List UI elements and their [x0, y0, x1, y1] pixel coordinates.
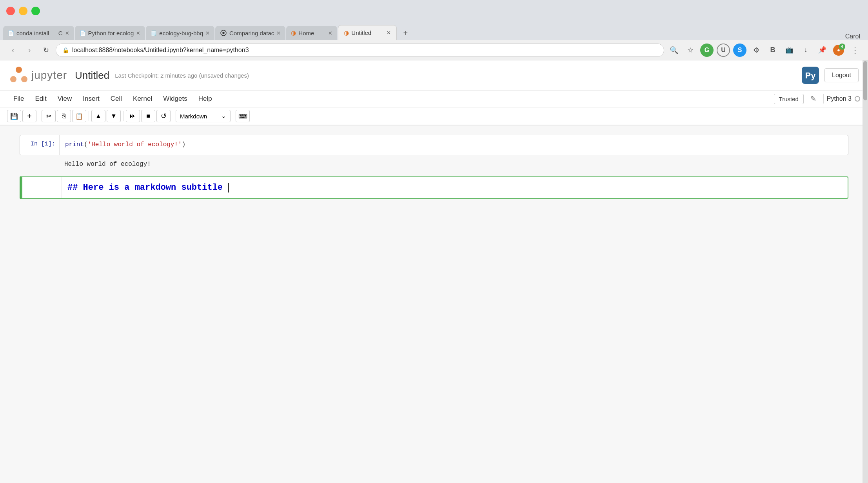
code-cell-container: In [1]: print('Hello world of ecology!') — [20, 135, 848, 155]
tab-untitled-title: Untitled — [351, 29, 384, 36]
tab-conda-icon: 📄 — [8, 30, 14, 36]
menu-kernel[interactable]: Kernel — [127, 93, 158, 105]
copy-button[interactable]: ⎘ — [57, 110, 71, 122]
code-paren-close: ) — [182, 141, 186, 148]
settings-icon-btn[interactable]: ⚙ — [750, 44, 763, 57]
add-cell-button[interactable]: + — [22, 110, 36, 122]
edit-name-icon[interactable]: ✎ — [807, 92, 820, 105]
logout-button[interactable]: Logout — [824, 68, 859, 82]
tab-home[interactable]: ◑ Home ✕ — [286, 26, 337, 40]
code-cell-output: Hello world of ecology! — [20, 158, 848, 170]
save-button[interactable]: 💾 — [7, 110, 21, 122]
keyboard-shortcuts-button[interactable]: ⌨ — [236, 110, 250, 122]
python-logo: Py — [802, 67, 819, 84]
toolbar-sep2 — [89, 111, 89, 121]
tab-untitled-close[interactable]: ✕ — [387, 30, 391, 36]
code-cell-content[interactable]: print('Hello world of ecology!') — [59, 135, 848, 155]
jupyter-logo-icon — [9, 66, 28, 85]
skip-end-button[interactable]: ⏭ — [126, 110, 140, 122]
markdown-cell-content[interactable]: ## Here is a markdown subtitle — [62, 177, 848, 198]
jupyter-logo-text: jupyter — [31, 69, 67, 82]
download-icon-btn[interactable]: ↓ — [799, 44, 812, 57]
tab-python[interactable]: 📄 Python for ecolog ✕ — [75, 26, 145, 40]
extension-badge: 4 — [839, 44, 845, 50]
tab-untitled[interactable]: ◑ Untitled ✕ — [338, 25, 397, 40]
forward-button[interactable]: › — [23, 44, 36, 57]
toolbar-sep5 — [233, 111, 233, 121]
minimize-button[interactable] — [19, 7, 27, 15]
jupyter-header: jupyter Untitled Last Checkpoint: 2 minu… — [0, 60, 868, 125]
maximize-button[interactable] — [31, 7, 40, 15]
scrollbar-track[interactable] — [863, 60, 868, 483]
menu-insert[interactable]: Insert — [77, 93, 105, 105]
jupyter-toolbar: 💾 + ✂ ⎘ 📋 ▲ ▼ ⏭ ■ — [0, 107, 868, 125]
cell-type-dropdown[interactable]: Markdown ⌄ — [176, 110, 231, 122]
tab-comparing-title: Comparing datac — [229, 30, 274, 36]
search-icon-btn[interactable]: 🔍 — [667, 44, 681, 57]
checkpoint-text: Last Checkpoint: 2 minutes ago (unsaved … — [115, 72, 249, 79]
tab-conda-close[interactable]: ✕ — [65, 30, 69, 36]
toolbar-sep4 — [173, 111, 173, 121]
output-text: Hello world of ecology! — [59, 158, 848, 170]
menu-edit[interactable]: Edit — [29, 93, 52, 105]
bookmark-icon-btn[interactable]: ☆ — [684, 44, 697, 57]
notebook-title[interactable]: Untitled — [75, 69, 109, 82]
markdown-cell-prompt — [22, 177, 62, 198]
scrollbar-thumb[interactable] — [863, 61, 867, 100]
profile-name: Carol — [841, 33, 865, 40]
notebook-cells: In [1]: print('Hello world of ecology!')… — [0, 125, 868, 208]
s-extension-icon[interactable]: S — [733, 44, 746, 57]
toolbar-sep1 — [39, 111, 39, 121]
reload-button[interactable]: ↻ — [39, 44, 53, 57]
tab-python-close[interactable]: ✕ — [136, 30, 140, 36]
menu-view[interactable]: View — [52, 93, 78, 105]
title-bar — [0, 0, 868, 22]
address-bar: ‹ › ↻ 🔒 localhost:8888/notebooks/Untitle… — [0, 40, 868, 60]
more-options-btn[interactable]: ⋮ — [848, 44, 862, 57]
tab-conda[interactable]: 📄 conda install — C ✕ — [3, 26, 74, 40]
address-input[interactable]: 🔒 localhost:8888/notebooks/Untitled.ipyn… — [56, 44, 664, 57]
markdown-content-text: ## Here is a markdown subtitle — [67, 183, 223, 192]
text-cursor — [223, 183, 229, 192]
code-paren-open: ( — [84, 141, 88, 148]
move-up-button[interactable]: ▲ — [91, 110, 105, 122]
b-extension-icon[interactable]: B — [766, 44, 779, 57]
menu-help[interactable]: Help — [193, 93, 218, 105]
tab-ecology-close[interactable]: ✕ — [205, 30, 210, 36]
tab-ecology[interactable]: 🗒️ ecology-bug-bbq ✕ — [146, 26, 214, 40]
cell-type-value: Markdown — [180, 113, 207, 120]
tab-comparing-close[interactable]: ✕ — [276, 30, 281, 36]
code-string-val: 'Hello world of ecology!' — [88, 141, 182, 148]
svg-point-1 — [16, 67, 22, 73]
tab-home-close[interactable]: ✕ — [328, 30, 332, 36]
kernel-name: Python 3 — [827, 95, 852, 102]
menu-file[interactable]: File — [8, 93, 29, 105]
extension-badge-btn[interactable]: ● 4 — [832, 44, 845, 57]
move-down-button[interactable]: ▼ — [107, 110, 121, 122]
cast-icon-btn[interactable]: 📺 — [783, 44, 796, 57]
restart-button[interactable]: ↺ — [156, 110, 171, 122]
markdown-cell[interactable]: ## Here is a markdown subtitle — [22, 176, 848, 199]
g-extension-icon[interactable]: G — [700, 44, 714, 57]
trusted-badge: Trusted — [774, 94, 804, 104]
tab-home-icon: ◑ — [291, 29, 296, 36]
pin-icon-btn[interactable]: 📌 — [815, 44, 829, 57]
back-button[interactable]: ‹ — [6, 44, 20, 57]
menu-cell[interactable]: Cell — [105, 93, 127, 105]
menu-widgets[interactable]: Widgets — [158, 93, 192, 105]
tab-python-icon: 📄 — [80, 30, 86, 36]
svg-text:Py: Py — [805, 71, 816, 80]
u-extension-icon[interactable]: U — [717, 44, 730, 57]
markdown-cell-wrapper: ## Here is a markdown subtitle — [20, 176, 848, 199]
kernel-status-dot — [855, 96, 860, 102]
cut-button[interactable]: ✂ — [42, 110, 56, 122]
new-tab-button[interactable]: + — [398, 26, 413, 40]
separator-line — [823, 94, 824, 104]
close-button[interactable] — [6, 7, 15, 15]
code-cell-prompt: In [1]: — [20, 135, 59, 155]
paste-button[interactable]: 📋 — [72, 110, 86, 122]
jupyter-logo: jupyter — [9, 66, 67, 85]
tab-comparing[interactable]: Comparing datac ✕ — [215, 26, 285, 40]
stop-button[interactable]: ■ — [141, 110, 155, 122]
notebook-wrapper: jupyter Untitled Last Checkpoint: 2 minu… — [0, 60, 868, 483]
